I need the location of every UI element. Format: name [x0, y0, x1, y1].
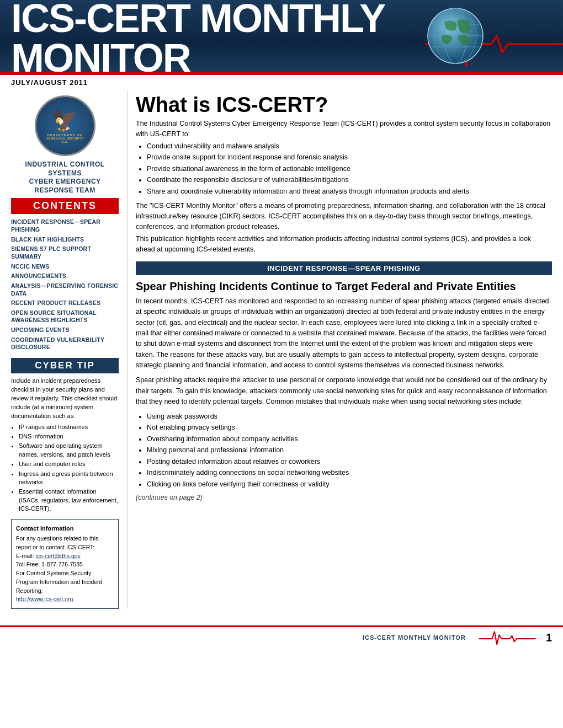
list-item: Essential contact information (ISACs, re…: [19, 488, 119, 513]
contact-email: E-mail: ics-cert@dhs.gov: [16, 552, 114, 561]
continues-text: (continues on page 2): [136, 494, 552, 501]
list-item: Posting detailed information about relat…: [147, 457, 552, 467]
list-item: Conduct vulnerability and malware analys…: [147, 142, 552, 152]
header-banner: ICS-CERT MONTHLY MONITOR: [0, 0, 563, 72]
list-item: Mixing personal and professional informa…: [147, 446, 552, 456]
list-item: Oversharing information about company ac…: [147, 435, 552, 445]
cyber-tip-header: CYBER TIP: [11, 358, 119, 373]
list-item[interactable]: UPCOMING EVENTS: [11, 325, 119, 335]
what-is-title: What is ICS-CERT?: [136, 94, 552, 115]
contact-line2: For Control Systems Security Program Inf…: [16, 569, 114, 595]
list-item[interactable]: OPEN SOURCE SITUATIONAL AWARENESS HIGHLI…: [11, 308, 119, 325]
footer-text: ICS-CERT MONTHLY MONITOR: [363, 634, 466, 641]
sidebar: 🦅 DEPARTMENT OF HOMELAND SECURITY U.S. I…: [11, 90, 127, 609]
list-item: Not enabling privacy settings: [147, 423, 552, 433]
list-item[interactable]: RECENT PRODUCT RELEASES: [11, 298, 119, 308]
article-para1: In recent months, ICS-CERT has monitored…: [136, 296, 552, 371]
seal-container: 🦅 DEPARTMENT OF HOMELAND SECURITY U.S.: [11, 90, 119, 160]
eagle-icon: 🦅: [46, 108, 84, 132]
list-item[interactable]: COORDINATED VULNERABILITY DISCLOSURE: [11, 335, 119, 352]
list-item: Ingress and egress points between networ…: [19, 470, 119, 487]
incident-section-header: INCIDENT RESPONSE—SPEAR PHISHING: [136, 261, 552, 275]
what-is-bullets: Conduct vulnerability and malware analys…: [136, 142, 552, 197]
what-is-intro: The Industrial Control Systems Cyber Eme…: [136, 119, 552, 140]
globe-icon: [425, 6, 486, 66]
list-item[interactable]: INCIDENT RESPONSE—SPEAR PHISHING: [11, 217, 119, 234]
list-item: IP ranges and hostnames: [19, 423, 119, 431]
cyber-tip-list: IP ranges and hostnames DNS information …: [11, 423, 119, 513]
list-item: Coordinate the responsible disclosure of…: [147, 175, 552, 185]
main-layout: 🦅 DEPARTMENT OF HOMELAND SECURITY U.S. I…: [0, 90, 563, 620]
list-item: User and computer roles: [19, 460, 119, 468]
list-item: Software and operating system names, ver…: [19, 442, 119, 459]
list-item[interactable]: SIEMENS S7 PLC SUPPORT SUMMARY: [11, 244, 119, 261]
contact-box: Contact Information For any questions re…: [11, 519, 119, 609]
page-number: 1: [546, 631, 552, 644]
list-item: Provide situational awareness in the for…: [147, 164, 552, 174]
article-para2: Spear phishing attacks require the attac…: [136, 375, 552, 407]
list-item: DNS information: [19, 432, 119, 441]
footer-bar: ICS-CERT MONTHLY MONITOR 1: [0, 625, 563, 648]
list-item: Provide onsite support for incident resp…: [147, 153, 552, 163]
article-title: Spear Phishing Incidents Continue to Tar…: [136, 280, 552, 293]
list-item: Share and coordinate vulnerability infor…: [147, 187, 552, 197]
content-area: What is ICS-CERT? The Industrial Control…: [127, 90, 552, 609]
footer-heartbeat-icon: [474, 629, 540, 646]
org-title: INDUSTRIAL CONTROL SYSTEMS CYBER EMERGEN…: [11, 160, 119, 195]
what-is-para2: The "ICS-CERT Monthly Monitor" offers a …: [136, 201, 552, 232]
list-item: Clicking on links before verifying their…: [147, 480, 552, 490]
contact-email-link[interactable]: ics-cert@dhs.gov: [36, 553, 81, 559]
contact-website-link[interactable]: http://www.ics-cert.org: [16, 596, 73, 602]
list-item[interactable]: ANALYSIS—PRESERVING FORENSIC DATA: [11, 281, 119, 298]
article-bullets: Using weak passwords Not enabling privac…: [136, 412, 552, 490]
dhs-seal: 🦅 DEPARTMENT OF HOMELAND SECURITY U.S.: [35, 95, 95, 156]
contents-list: INCIDENT RESPONSE—SPEAR PHISHING BLACK H…: [11, 217, 119, 352]
date-bar: JULY/AUGUST 2011: [0, 75, 563, 90]
contents-header: CONTENTS: [11, 198, 119, 214]
what-is-para3: This publication highlights recent activ…: [136, 234, 552, 255]
contact-line1: For any questions related to this report…: [16, 534, 114, 552]
contact-toll-free: Toll Free: 1-877-776-7585: [16, 560, 114, 569]
list-item: Using weak passwords: [147, 412, 552, 422]
list-item[interactable]: BLACK HAT HIGHLIGHTS: [11, 235, 119, 245]
cyber-tip-body: Include an incident preparedness checkli…: [11, 377, 119, 513]
list-item[interactable]: NCCIC NEWS: [11, 262, 119, 272]
list-item[interactable]: ANNOUNCEMENTS: [11, 271, 119, 281]
list-item: Indiscriminately adding connections on s…: [147, 468, 552, 478]
contact-title: Contact Information: [16, 524, 114, 533]
cyber-tip-intro: Include an incident preparedness checkli…: [11, 377, 119, 421]
